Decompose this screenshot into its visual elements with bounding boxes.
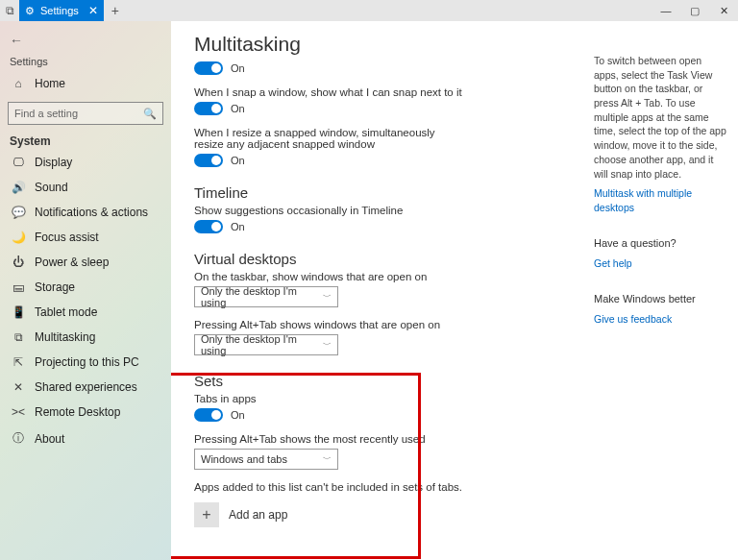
multitask-link[interactable]: Multitask with multiple desktops bbox=[594, 186, 728, 214]
vd-taskbar-select[interactable]: Only the desktop I'm using﹀ bbox=[194, 286, 338, 307]
remote-desktop-icon: >< bbox=[12, 405, 25, 419]
toggle-state: On bbox=[231, 409, 245, 421]
feedback-link[interactable]: Give us feedback bbox=[594, 312, 728, 327]
sets-note-text: Apps added to this list can't be include… bbox=[194, 481, 463, 493]
sidebar-item-focus-assist[interactable]: 🌙Focus assist bbox=[0, 225, 171, 250]
chevron-down-icon: ﹀ bbox=[323, 291, 332, 304]
question-heading: Have a question? bbox=[594, 236, 728, 251]
sidebar-item-tablet-mode[interactable]: 📱Tablet mode bbox=[0, 300, 171, 325]
settings-tab[interactable]: ⚙ Settings ✕ bbox=[19, 0, 104, 21]
help-panel: To switch between open apps, select the … bbox=[594, 54, 728, 327]
toggle-state: On bbox=[231, 221, 245, 232]
snap-resize-toggle[interactable] bbox=[194, 154, 223, 167]
snap-toggle[interactable] bbox=[194, 61, 223, 75]
home-icon: ⌂ bbox=[12, 77, 25, 90]
about-icon: ⓘ bbox=[12, 430, 25, 447]
snap-show-toggle[interactable] bbox=[194, 102, 223, 115]
sets-heading: Sets bbox=[194, 373, 715, 389]
get-help-link[interactable]: Get help bbox=[594, 256, 728, 271]
tablet-mode-icon: 📱 bbox=[12, 305, 25, 319]
new-tab-button[interactable]: + bbox=[104, 0, 127, 21]
sidebar-item-about[interactable]: ⓘAbout bbox=[0, 425, 171, 452]
select-value: Only the desktop I'm using bbox=[201, 333, 323, 356]
sidebar-item-label: Storage bbox=[35, 280, 75, 294]
sidebar-section-system: System bbox=[0, 131, 171, 150]
tab-label: Settings bbox=[40, 5, 79, 16]
window-controls: — ▢ ✕ bbox=[652, 0, 738, 21]
chevron-down-icon: ﹀ bbox=[323, 453, 332, 466]
search-placeholder: Find a setting bbox=[14, 108, 78, 119]
projecting-icon: ⇱ bbox=[12, 355, 25, 369]
sidebar-item-label: Remote Desktop bbox=[35, 405, 120, 419]
sets-alttab-select[interactable]: Windows and tabs﹀ bbox=[194, 449, 338, 470]
tab-preview-icon[interactable]: ⧉ bbox=[0, 0, 19, 21]
search-icon: 🔍 bbox=[143, 108, 157, 120]
plus-icon: + bbox=[194, 502, 219, 527]
sets-tabs-toggle[interactable] bbox=[194, 408, 223, 422]
vd-alttab-text: Pressing Alt+Tab shows windows that are … bbox=[194, 319, 463, 330]
sidebar-item-label: Display bbox=[35, 156, 72, 169]
sidebar-item-label: Power & sleep bbox=[35, 256, 109, 269]
vd-taskbar-text: On the taskbar, show windows that are op… bbox=[194, 271, 463, 282]
select-value: Only the desktop I'm using bbox=[201, 285, 323, 308]
maximize-button[interactable]: ▢ bbox=[680, 0, 709, 21]
sidebar-item-display[interactable]: 🖵Display bbox=[0, 150, 171, 175]
sound-icon: 🔊 bbox=[12, 181, 25, 194]
sidebar-item-label: Multitasking bbox=[35, 330, 95, 344]
sidebar-item-label: Tablet mode bbox=[35, 305, 97, 319]
multitasking-icon: ⧉ bbox=[12, 330, 25, 344]
sets-alttab-text: Pressing Alt+Tab shows the most recently… bbox=[194, 433, 463, 445]
snap-show-text: When I snap a window, show what I can sn… bbox=[194, 86, 463, 98]
sidebar-item-multitasking[interactable]: ⧉Multitasking bbox=[0, 325, 171, 350]
sidebar-item-projecting[interactable]: ⇱Projecting to this PC bbox=[0, 350, 171, 375]
sidebar-item-storage[interactable]: 🖴Storage bbox=[0, 275, 171, 300]
sidebar-item-label: Focus assist bbox=[35, 231, 99, 244]
sidebar-item-shared-experiences[interactable]: ✕Shared experiences bbox=[0, 375, 171, 400]
sidebar-item-label: Shared experiences bbox=[35, 380, 137, 394]
window-titlebar: ⧉ ⚙ Settings ✕ + — ▢ ✕ bbox=[0, 0, 738, 21]
help-tip-text: To switch between open apps, select the … bbox=[594, 54, 728, 181]
sidebar-item-home[interactable]: ⌂ Home bbox=[0, 71, 171, 96]
chevron-down-icon: ﹀ bbox=[323, 339, 332, 352]
sets-tabs-text: Tabs in apps bbox=[194, 393, 463, 404]
feedback-heading: Make Windows better bbox=[594, 292, 728, 306]
close-window-button[interactable]: ✕ bbox=[709, 0, 738, 21]
display-icon: 🖵 bbox=[12, 156, 25, 169]
timeline-text: Show suggestions occasionally in Timelin… bbox=[194, 205, 463, 216]
add-app-button[interactable]: + Add an app bbox=[194, 502, 715, 527]
close-tab-icon[interactable]: ✕ bbox=[88, 4, 98, 17]
sidebar-item-notifications[interactable]: 💬Notifications & actions bbox=[0, 200, 171, 225]
toggle-state: On bbox=[231, 62, 245, 74]
notifications-icon: 💬 bbox=[12, 206, 25, 219]
toggle-state: On bbox=[231, 103, 245, 114]
sidebar-item-label: Projecting to this PC bbox=[35, 355, 139, 369]
sidebar-item-label: Home bbox=[35, 77, 65, 90]
app-title: Settings bbox=[0, 52, 171, 71]
sidebar-item-label: Sound bbox=[35, 181, 68, 194]
sidebar-item-sound[interactable]: 🔊Sound bbox=[0, 175, 171, 200]
add-app-label: Add an app bbox=[229, 508, 287, 522]
sidebar-item-label: Notifications & actions bbox=[35, 206, 148, 219]
sidebar-item-power-sleep[interactable]: ⏻Power & sleep bbox=[0, 250, 171, 275]
select-value: Windows and tabs bbox=[201, 453, 287, 465]
back-button[interactable]: ← bbox=[0, 29, 27, 52]
minimize-button[interactable]: — bbox=[652, 0, 680, 21]
back-arrow-icon: ← bbox=[10, 33, 23, 48]
storage-icon: 🖴 bbox=[12, 280, 25, 294]
snap-resize-text: When I resize a snapped window, simultan… bbox=[194, 127, 463, 150]
search-input[interactable]: Find a setting 🔍 bbox=[8, 102, 163, 125]
sidebar-item-label: About bbox=[35, 432, 64, 446]
sidebar: ← Settings ⌂ Home Find a setting 🔍 Syste… bbox=[0, 21, 171, 560]
shared-experiences-icon: ✕ bbox=[12, 380, 25, 394]
vd-alttab-select[interactable]: Only the desktop I'm using﹀ bbox=[194, 334, 338, 355]
settings-gear-icon: ⚙ bbox=[23, 4, 37, 17]
timeline-toggle[interactable] bbox=[194, 220, 223, 233]
toggle-state: On bbox=[231, 155, 245, 166]
main-content: Multitasking On When I snap a window, sh… bbox=[171, 21, 738, 560]
focus-assist-icon: 🌙 bbox=[12, 231, 25, 244]
page-title: Multitasking bbox=[194, 33, 715, 56]
sidebar-item-remote-desktop[interactable]: ><Remote Desktop bbox=[0, 400, 171, 425]
power-sleep-icon: ⏻ bbox=[12, 256, 25, 269]
